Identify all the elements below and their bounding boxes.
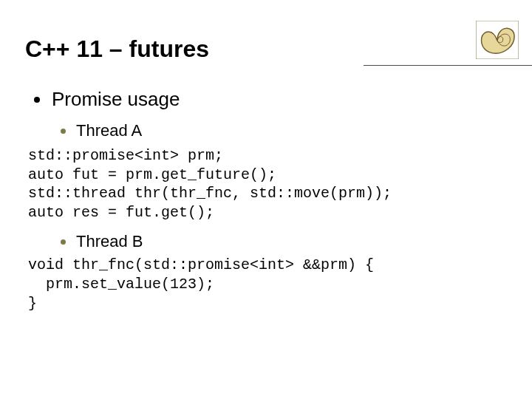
bullet-level1: Promise usage [34, 88, 507, 111]
title-underline [364, 65, 532, 66]
code-block-thread-a: std::promise<int> prm; auto fut = prm.ge… [28, 146, 507, 222]
bullet-dot-icon [61, 129, 66, 134]
slide-title: C++ 11 – futures [25, 35, 507, 69]
bullet-level2-text: Thread A [76, 121, 142, 140]
bullet-level1-text: Promise usage [52, 88, 180, 111]
bullet-level2-a: Thread A [61, 121, 507, 140]
code-block-thread-b: void thr_fnc(std::promise<int> &&prm) { … [28, 256, 507, 313]
title-row: C++ 11 – futures [25, 35, 507, 69]
slide: C++ 11 – futures Promise usage Thread A … [0, 0, 532, 399]
bullet-dot-icon [34, 97, 40, 103]
bullet-level2-b: Thread B [61, 232, 507, 251]
bullet-level2-text: Thread B [76, 232, 143, 251]
bullet-dot-icon [61, 239, 66, 245]
